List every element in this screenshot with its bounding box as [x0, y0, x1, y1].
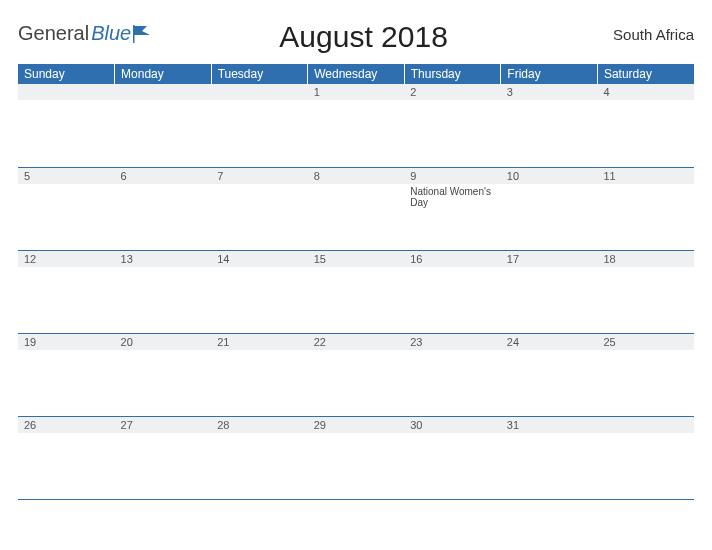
day-number: 22 — [308, 334, 405, 350]
calendar-title: August 2018 — [153, 18, 574, 54]
day-number: 14 — [211, 251, 308, 267]
calendar-cell: 12 — [18, 250, 115, 333]
calendar-cell: 31 — [501, 416, 598, 499]
day-number — [18, 84, 115, 100]
calendar-cell: 26 — [18, 416, 115, 499]
day-number: 27 — [115, 417, 212, 433]
calendar-cell: 6 — [115, 167, 212, 250]
day-number: 15 — [308, 251, 405, 267]
day-number: 4 — [597, 84, 694, 100]
calendar-cell — [597, 416, 694, 499]
day-header: Saturday — [597, 64, 694, 84]
day-number — [115, 84, 212, 100]
calendar-cell — [211, 84, 308, 167]
day-header: Thursday — [404, 64, 501, 84]
day-number: 9 — [404, 168, 501, 184]
day-number: 30 — [404, 417, 501, 433]
day-number: 8 — [308, 168, 405, 184]
day-number: 20 — [115, 334, 212, 350]
day-number: 18 — [597, 251, 694, 267]
day-number: 25 — [597, 334, 694, 350]
day-number: 16 — [404, 251, 501, 267]
day-number: 2 — [404, 84, 501, 100]
calendar-cell: 25 — [597, 333, 694, 416]
day-header: Sunday — [18, 64, 115, 84]
day-number: 28 — [211, 417, 308, 433]
day-number: 21 — [211, 334, 308, 350]
calendar-cell: 17 — [501, 250, 598, 333]
day-number: 11 — [597, 168, 694, 184]
day-number: 7 — [211, 168, 308, 184]
calendar-cell: 3 — [501, 84, 598, 167]
day-number: 19 — [18, 334, 115, 350]
day-number: 24 — [501, 334, 598, 350]
calendar-cell: 23 — [404, 333, 501, 416]
calendar-cell: 16 — [404, 250, 501, 333]
day-header: Tuesday — [211, 64, 308, 84]
day-header: Friday — [501, 64, 598, 84]
day-number — [211, 84, 308, 100]
svg-rect-0 — [133, 25, 135, 43]
day-number: 31 — [501, 417, 598, 433]
calendar-cell: 27 — [115, 416, 212, 499]
calendar-cell: 15 — [308, 250, 405, 333]
day-number: 10 — [501, 168, 598, 184]
day-header: Monday — [115, 64, 212, 84]
calendar-grid: Sunday Monday Tuesday Wednesday Thursday… — [18, 64, 694, 500]
calendar-cell — [18, 84, 115, 167]
brand-part2: Blue — [91, 22, 131, 45]
calendar-cell: 7 — [211, 167, 308, 250]
brand-logo: General Blue — [18, 18, 153, 45]
calendar-cell: 13 — [115, 250, 212, 333]
calendar-cell: 19 — [18, 333, 115, 416]
region-label: South Africa — [574, 18, 694, 43]
calendar-cell: 22 — [308, 333, 405, 416]
calendar-cell: 10 — [501, 167, 598, 250]
calendar-cell: 8 — [308, 167, 405, 250]
brand-part1: General — [18, 22, 89, 45]
day-header: Wednesday — [308, 64, 405, 84]
day-number — [597, 417, 694, 433]
calendar-cell: 2 — [404, 84, 501, 167]
calendar-cell: 21 — [211, 333, 308, 416]
day-number: 13 — [115, 251, 212, 267]
calendar-cell — [115, 84, 212, 167]
calendar-cell: 30 — [404, 416, 501, 499]
calendar-cell: 9National Women's Day — [404, 167, 501, 250]
calendar-cell: 29 — [308, 416, 405, 499]
calendar-cell: 20 — [115, 333, 212, 416]
calendar-cell: 24 — [501, 333, 598, 416]
calendar-cell: 4 — [597, 84, 694, 167]
day-number: 1 — [308, 84, 405, 100]
calendar-cell: 11 — [597, 167, 694, 250]
calendar-cell: 14 — [211, 250, 308, 333]
calendar-cell: 5 — [18, 167, 115, 250]
day-number: 12 — [18, 251, 115, 267]
day-number: 23 — [404, 334, 501, 350]
calendar-cell: 28 — [211, 416, 308, 499]
calendar-cell: 1 — [308, 84, 405, 167]
day-number: 26 — [18, 417, 115, 433]
day-number: 17 — [501, 251, 598, 267]
day-event: National Women's Day — [404, 184, 501, 210]
day-number: 3 — [501, 84, 598, 100]
calendar-cell: 18 — [597, 250, 694, 333]
day-number: 5 — [18, 168, 115, 184]
day-number: 6 — [115, 168, 212, 184]
day-number: 29 — [308, 417, 405, 433]
flag-icon — [133, 25, 153, 43]
